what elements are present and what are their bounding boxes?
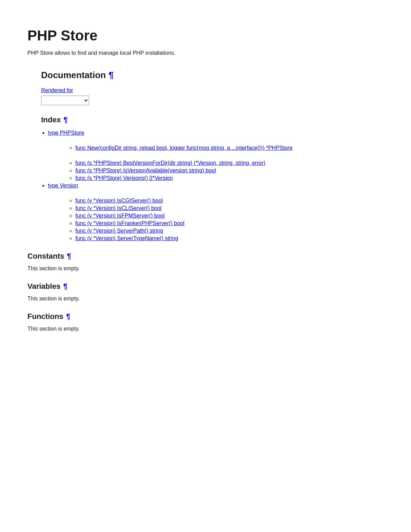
constants-anchor[interactable]: ¶ xyxy=(67,252,71,261)
list-item: type PHPStore xyxy=(48,130,384,136)
list-item: func (v *Version) IsFPMServer() bool xyxy=(75,213,384,219)
list-item: func (s *PHPStore) Versions() []*Version xyxy=(75,175,384,181)
list-item: func (v *Version) IsCLIServer() bool xyxy=(75,205,384,211)
documentation-section: Documentation ¶ Rendered for Index ¶ typ… xyxy=(27,70,384,242)
index-anchor[interactable]: ¶ xyxy=(63,115,67,124)
list-item: func (v *Version) IsFrankenPHPServer() b… xyxy=(75,220,384,226)
list-item: func (s *PHPStore) BestVersionForDir(dir… xyxy=(75,160,384,166)
constants-section: Constants ¶ This section is empty. xyxy=(27,252,384,272)
list-item xyxy=(48,152,384,159)
list-item: func (v *Version) ServerTypeName() strin… xyxy=(75,235,384,242)
functions-anchor[interactable]: ¶ xyxy=(66,312,70,321)
list-item: func (v *Version) IsCGIServer() bool xyxy=(75,198,384,204)
list-item xyxy=(48,190,384,196)
page-title: PHP Store xyxy=(27,27,384,44)
list-item: type Version xyxy=(48,183,384,189)
variables-heading: Variables ¶ xyxy=(27,282,384,291)
rendered-for-select[interactable] xyxy=(41,96,89,105)
documentation-anchor[interactable]: ¶ xyxy=(109,70,113,81)
page-subtitle: PHP Store allows to find and manage loca… xyxy=(27,50,384,56)
documentation-heading: Documentation ¶ xyxy=(41,70,384,81)
index-heading: Index ¶ xyxy=(41,115,384,124)
functions-heading: Functions ¶ xyxy=(27,312,384,321)
variables-empty: This section is empty. xyxy=(27,296,384,302)
list-item: func (v *Version) ServerPath() string xyxy=(75,228,384,234)
functions-section: Functions ¶ This section is empty. xyxy=(27,312,384,332)
rendered-for-dropdown-wrapper xyxy=(41,96,384,105)
list-item: func (s *PHPStore) IsVersionAvailable(ve… xyxy=(75,168,384,174)
index-list: type PHPStore func New(configDir string,… xyxy=(41,130,384,242)
functions-empty: This section is empty. xyxy=(27,326,384,332)
constants-heading: Constants ¶ xyxy=(27,252,384,261)
rendered-for-link[interactable]: Rendered for xyxy=(41,87,384,94)
list-item: func New(configDir string, reload bool, … xyxy=(75,145,384,151)
variables-section: Variables ¶ This section is empty. xyxy=(27,282,384,302)
list-item xyxy=(48,137,384,144)
constants-empty: This section is empty. xyxy=(27,265,384,272)
variables-anchor[interactable]: ¶ xyxy=(63,282,67,291)
